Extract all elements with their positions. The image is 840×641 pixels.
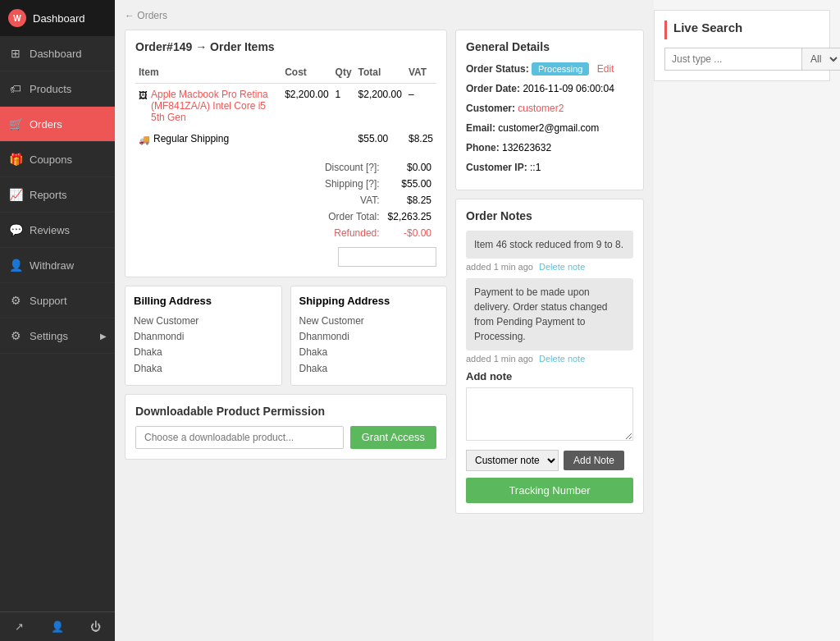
- content-grid: Order#149 → Order Items Item Cost Qty To…: [125, 30, 644, 514]
- order-status-row: Order Status: Processing Edit: [466, 62, 633, 76]
- tracking-number-button[interactable]: Tracking Number: [466, 478, 633, 503]
- refunded-value: -$0.00: [385, 226, 435, 240]
- note-meta-1: added 1 min ago Delete note: [466, 262, 633, 272]
- sidebar-item-withdraw[interactable]: 👤 Withdraw: [0, 248, 115, 283]
- note-bubble-2: Payment to be made upon delivery. Order …: [466, 278, 633, 350]
- sidebar-item-settings[interactable]: ⚙ Settings ▶: [0, 318, 115, 354]
- phone-label: Phone:: [466, 142, 500, 153]
- sidebar-item-reviews[interactable]: 💬 Reviews: [0, 213, 115, 248]
- products-icon: 🏷: [8, 81, 23, 96]
- shipping-vat-cell: $8.25: [405, 128, 436, 150]
- customer-label: Customer:: [466, 103, 515, 114]
- billing-address-panel: Billing Address New CustomerDhanmondiDha…: [125, 286, 282, 386]
- sidebar-item-coupons[interactable]: 🎁 Coupons: [0, 142, 115, 177]
- order-items-title: Order#149 → Order Items: [135, 40, 436, 53]
- edit-order-link[interactable]: Edit: [597, 63, 614, 75]
- discount-value: $0.00: [385, 160, 435, 175]
- shipping-address-title: Shipping Address: [299, 295, 439, 307]
- order-total-row: Order Total: $2,263.25: [322, 209, 435, 224]
- sidebar-item-products[interactable]: 🏷 Products: [0, 71, 115, 107]
- logo-text: Dashboard: [33, 12, 85, 25]
- shipping-row: Shipping [?]: $55.00: [322, 176, 435, 191]
- order-table: Item Cost Qty Total VAT: [135, 62, 436, 150]
- refund-input[interactable]: [338, 247, 436, 267]
- external-link-button[interactable]: ↗: [0, 612, 39, 641]
- user-profile-button[interactable]: 👤: [39, 612, 77, 641]
- logout-button[interactable]: ⏻: [76, 612, 115, 641]
- main-content: ← Orders Order#149 → Order Items Item Co…: [115, 0, 654, 641]
- sidebar-item-label: Settings: [30, 330, 68, 342]
- sidebar-item-reports[interactable]: 📈 Reports: [0, 177, 115, 213]
- vat-label: VAT:: [322, 193, 383, 208]
- shipping-address-panel: Shipping Address New CustomerDhanmondiDh…: [290, 286, 448, 386]
- shipping-name-cell: 🚚 Regular Shipping: [135, 128, 281, 150]
- vat-value: $8.25: [385, 193, 435, 208]
- shipping-cost-cell: [281, 128, 331, 150]
- back-to-orders-link[interactable]: ← Orders: [125, 10, 644, 21]
- download-input-row: Grant Access: [135, 426, 436, 449]
- item-total-cell: $2,200.00: [355, 84, 405, 129]
- refunded-label: Refunded:: [322, 226, 383, 240]
- note-textarea[interactable]: [466, 387, 633, 441]
- live-search-filter-select[interactable]: All: [802, 48, 840, 71]
- sidebar-item-orders[interactable]: 🛒 Orders: [0, 107, 115, 142]
- note-type-select[interactable]: Customer note Private note: [466, 450, 559, 471]
- order-date-value: 2016-11-09 06:00:04: [523, 83, 614, 94]
- col-total: Total: [355, 62, 405, 84]
- product-link[interactable]: Apple Macbook Pro Retina (MF841ZA/A) Int…: [151, 89, 278, 123]
- sidebar-bottom: ↗ 👤 ⏻: [0, 611, 115, 641]
- shipping-total-cell: $55.00: [355, 128, 405, 150]
- table-row: 🚚 Regular Shipping $55.00 $8.25: [135, 128, 436, 150]
- ip-value: ::1: [530, 162, 541, 173]
- sidebar-item-support[interactable]: ⚙ Support: [0, 283, 115, 318]
- shipping-label: Regular Shipping: [153, 133, 229, 144]
- shipping-label: Shipping [?]:: [322, 176, 383, 191]
- order-status-label: Order Status:: [466, 63, 529, 75]
- live-search-title: Live Search: [664, 21, 819, 39]
- sidebar-item-dashboard[interactable]: ⊞ Dashboard: [0, 36, 115, 71]
- note-controls: Customer note Private note Add Note: [466, 450, 633, 471]
- delete-note-link-1[interactable]: Delete note: [539, 262, 585, 272]
- left-column: Order#149 → Order Items Item Cost Qty To…: [125, 30, 447, 514]
- sidebar-item-label: Orders: [30, 118, 62, 130]
- col-qty: Qty: [332, 62, 355, 84]
- item-vat-cell: –: [405, 84, 436, 129]
- email-value: customer2@gmail.com: [498, 122, 599, 134]
- order-total-label: Order Total:: [322, 209, 383, 224]
- main-area: ← Orders Order#149 → Order Items Item Co…: [115, 0, 840, 641]
- shipping-qty-cell: [332, 128, 355, 150]
- search-row: All: [664, 48, 819, 71]
- address-grid: Billing Address New CustomerDhanmondiDha…: [125, 286, 447, 386]
- downloadable-product-input[interactable]: [135, 426, 344, 449]
- sidebar-item-label: Support: [30, 295, 67, 307]
- order-totals: Discount [?]: $0.00 Shipping [?]: $55.00…: [135, 158, 436, 267]
- note-time-2: 1 min ago: [494, 354, 533, 364]
- live-search-input[interactable]: [664, 48, 802, 71]
- add-note-label: Add note: [466, 370, 633, 382]
- downloadable-panel: Downloadable Product Permission Grant Ac…: [125, 394, 447, 460]
- table-row: 🖼 Apple Macbook Pro Retina (MF841ZA/A) I…: [135, 84, 436, 129]
- withdraw-icon: 👤: [8, 258, 23, 272]
- phone-row: Phone: 132623632: [466, 140, 633, 155]
- phone-value: 132623632: [502, 142, 551, 153]
- customer-link[interactable]: customer2: [518, 103, 564, 114]
- vat-row: VAT: $8.25: [322, 193, 435, 208]
- totals-table: Discount [?]: $0.00 Shipping [?]: $55.00…: [320, 158, 436, 242]
- shipping-value: $55.00: [385, 176, 435, 191]
- dashboard-icon: ⊞: [8, 46, 23, 61]
- order-items-panel: Order#149 → Order Items Item Cost Qty To…: [125, 30, 447, 277]
- delete-note-link-2[interactable]: Delete note: [539, 354, 585, 364]
- sidebar-logo: W Dashboard: [0, 0, 115, 36]
- grant-access-button[interactable]: Grant Access: [350, 426, 436, 449]
- sidebar-item-label: Dashboard: [30, 48, 82, 60]
- general-details-title: General Details: [466, 40, 633, 53]
- note-bubble-1: Item 46 stock reduced from 9 to 8.: [466, 231, 633, 259]
- support-icon: ⚙: [8, 293, 23, 308]
- sidebar-item-label: Coupons: [30, 153, 72, 166]
- order-date-row: Order Date: 2016-11-09 06:00:04: [466, 81, 633, 96]
- order-notes-title: Order Notes: [466, 209, 633, 222]
- add-note-button[interactable]: Add Note: [564, 451, 624, 470]
- sidebar-item-label: Withdraw: [30, 259, 74, 272]
- sidebar: W Dashboard ⊞ Dashboard 🏷 Products 🛒 Ord…: [0, 0, 115, 641]
- col-vat: VAT: [405, 62, 436, 84]
